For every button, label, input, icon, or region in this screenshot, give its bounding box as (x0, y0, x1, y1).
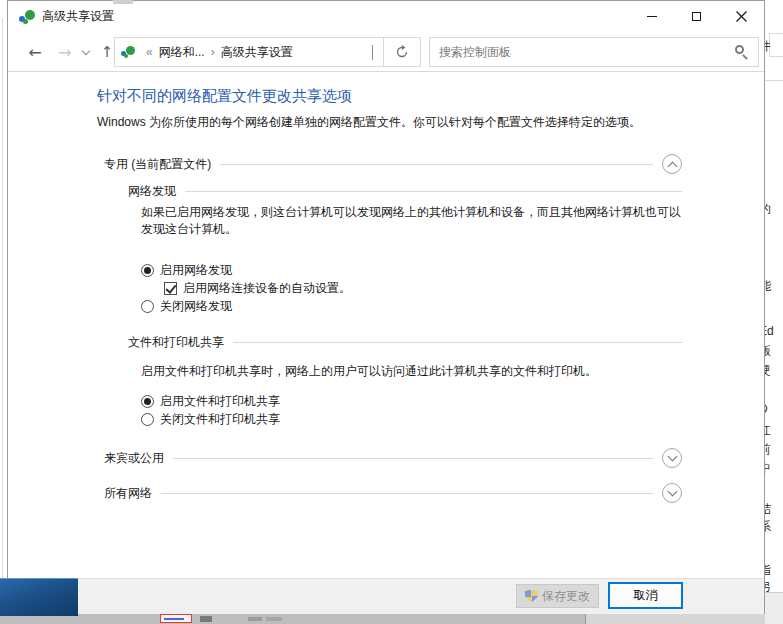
group-network-discovery: 网络发现 (128, 182, 682, 200)
background-bottom-segment (585, 614, 765, 624)
file-printer-sharing-description: 启用文件和打印机共享时，网络上的用户可以访问通过此计算机共享的文件和打印机。 (141, 363, 701, 380)
navigation-toolbar: ← → ↑ « 网络和... › 高级共享设置 (8, 32, 764, 72)
clipped-text-fragment: 结 (765, 501, 771, 518)
clipped-text-fragment: 系 (765, 518, 771, 535)
search-icon[interactable] (733, 44, 749, 60)
search-box (429, 37, 759, 67)
background-fragment (248, 617, 262, 621)
chevron-down-icon (667, 487, 677, 497)
title-bar: 高级共享设置 (8, 1, 764, 32)
back-button[interactable]: ← (22, 32, 48, 72)
background-fragment (200, 616, 212, 622)
clipped-text-fragment: 指 (765, 562, 771, 579)
cancel-button[interactable]: 取消 (608, 582, 683, 609)
clipped-text-fragment: 能 (765, 278, 771, 295)
forward-button[interactable]: → (52, 32, 78, 72)
clipped-text-fragment: 硬 (765, 362, 771, 379)
chevron-down-icon (82, 46, 90, 54)
radio-unselected-icon (141, 413, 154, 426)
section-rule (173, 458, 653, 459)
breadcrumb-parent[interactable]: 网络和... (159, 44, 205, 61)
background-blue-window-corner (0, 578, 78, 616)
background-red-outline-fragment (160, 614, 192, 623)
maximize-button[interactable] (674, 1, 719, 32)
radio-disable-network-discovery[interactable]: 关闭网络发现 (141, 298, 232, 314)
background-fragment (266, 617, 282, 621)
section-private: 专用 (当前配置文件) (104, 153, 682, 175)
group-network-discovery-title: 网络发现 (128, 183, 176, 200)
network-discovery-description: 如果已启用网络发现，则这台计算机可以发现网络上的其他计算机和设备，而且其他网络计… (141, 204, 686, 238)
advanced-sharing-settings-window: 高级共享设置 ← → ↑ « 网络和... › 高级共享设置 (7, 0, 765, 614)
group-rule (185, 191, 682, 192)
clipped-text-fragment: 件 (765, 38, 771, 55)
cancel-label: 取消 (634, 587, 658, 604)
expand-guest-public-button[interactable] (662, 448, 682, 468)
save-changes-button: 保存更改 (516, 584, 599, 608)
section-rule (161, 493, 653, 494)
option-label: 启用网络连接设备的自动设置。 (183, 280, 351, 297)
radio-selected-icon (141, 395, 154, 408)
radio-enable-network-discovery[interactable]: 启用网络发现 (141, 262, 232, 278)
radio-unselected-icon (141, 300, 154, 313)
clipped-text-fragment: Ed (765, 324, 774, 338)
clipped-text-fragment: 前 (765, 441, 771, 458)
caption-buttons (629, 1, 764, 32)
background-footer-sliver (765, 592, 783, 624)
save-changes-label: 保存更改 (542, 588, 590, 605)
section-all-networks: 所有网络 (104, 482, 682, 504)
radio-enable-file-printer-sharing[interactable]: 启用文件和打印机共享 (141, 393, 280, 409)
search-input[interactable] (430, 45, 733, 59)
section-guest-public: 来宾或公用 (104, 447, 682, 469)
radio-selected-icon (141, 264, 154, 277)
chevron-up-icon (667, 161, 677, 171)
address-dropdown-button[interactable] (372, 45, 373, 59)
checkbox-auto-setup-devices[interactable]: 启用网络连接设备的自动设置。 (164, 280, 351, 296)
background-divider (765, 80, 783, 81)
network-sharing-icon (121, 45, 135, 59)
clipped-text-fragment: 版 (765, 343, 771, 360)
option-label: 启用文件和打印机共享 (160, 393, 280, 410)
recent-pages-button[interactable] (78, 32, 94, 72)
breadcrumb: « 网络和... › 高级共享设置 (114, 37, 384, 67)
breadcrumb-current[interactable]: 高级共享设置 (221, 44, 293, 61)
network-sharing-app-icon (19, 9, 35, 25)
minimize-button[interactable] (629, 1, 674, 32)
chevron-down-icon (372, 45, 373, 60)
refresh-button[interactable] (384, 37, 421, 67)
clipped-text-fragment: 红 (765, 422, 771, 439)
close-icon (736, 11, 747, 22)
option-label: 启用网络发现 (160, 262, 232, 279)
background-bottom-strip (0, 614, 765, 624)
section-private-title: 专用 (当前配置文件) (104, 156, 211, 173)
chevron-down-icon (667, 452, 677, 462)
maximize-icon (692, 12, 701, 21)
section-all-networks-title: 所有网络 (104, 485, 152, 502)
breadcrumb-overflow-icon[interactable]: « (146, 45, 153, 59)
section-rule (220, 164, 653, 165)
clipped-text-fragment: D (765, 402, 768, 416)
group-file-printer-sharing: 文件和打印机共享 (128, 333, 682, 351)
page-title: 针对不同的网络配置文件更改共享选项 (97, 87, 352, 106)
background-right-window-sliver: 件 的 能 Ed 版 硬 D 红 前 中 结 系 指 另 (765, 0, 783, 624)
section-guest-public-title: 来宾或公用 (104, 450, 164, 467)
background-box-corner (769, 33, 783, 57)
clipped-text-fragment: 的 (765, 201, 771, 218)
clipped-text-fragment: 中 (765, 460, 771, 477)
refresh-icon (395, 45, 409, 59)
intro-text: Windows 为你所使用的每个网络创建单独的网络配置文件。你可以针对每个配置文… (97, 114, 641, 131)
expand-all-networks-button[interactable] (662, 483, 682, 503)
group-rule (233, 342, 682, 343)
window-title: 高级共享设置 (42, 8, 629, 25)
group-file-printer-sharing-title: 文件和打印机共享 (128, 334, 224, 351)
footer-bar: 保存更改 取消 (8, 578, 764, 614)
checkbox-checked-icon (164, 282, 177, 295)
collapse-private-button[interactable] (662, 154, 682, 174)
option-label: 关闭文件和打印机共享 (160, 411, 280, 428)
breadcrumb-separator-icon[interactable]: › (211, 45, 215, 59)
uac-shield-icon (525, 590, 538, 603)
option-label: 关闭网络发现 (160, 298, 232, 315)
radio-disable-file-printer-sharing[interactable]: 关闭文件和打印机共享 (141, 411, 280, 427)
close-button[interactable] (719, 1, 764, 32)
background-window-edge (2, 18, 3, 578)
minimize-icon (647, 16, 657, 17)
